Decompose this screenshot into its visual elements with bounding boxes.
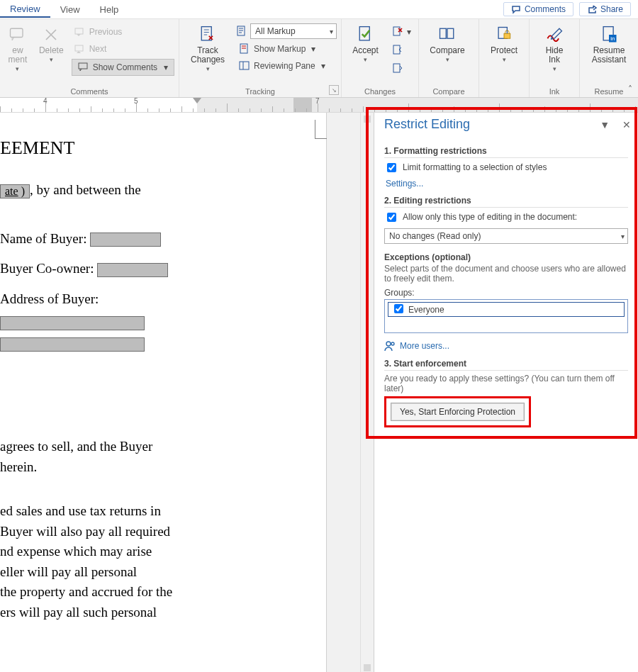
document-area[interactable]: EEMENT ate ), by and between the Name of…: [0, 113, 360, 672]
svg-rect-14: [447, 28, 454, 38]
group-label-compare: Compare: [423, 87, 474, 97]
compare-button[interactable]: Compare ▾: [423, 22, 471, 67]
pane-close-button[interactable]: ✕: [622, 119, 631, 130]
enforce-highlight: Yes, Start Enforcing Protection: [384, 396, 531, 427]
show-comments-icon: [78, 62, 89, 73]
date-field-1[interactable]: ate ): [0, 184, 30, 198]
more-users-link[interactable]: More users...: [400, 341, 449, 351]
hide-ink-button[interactable]: Hide Ink ▾: [534, 22, 575, 76]
show-markup-icon: [239, 43, 250, 55]
settings-link[interactable]: Settings...: [386, 179, 628, 189]
field-addr-2[interactable]: [0, 337, 145, 352]
accept-button[interactable]: Accept ▾: [346, 22, 385, 67]
limit-formatting-checkbox[interactable]: [387, 163, 396, 172]
svg-point-21: [391, 342, 394, 345]
group-label-changes: Changes: [346, 87, 414, 97]
enforce-question: Are you ready to apply these settings? (…: [384, 374, 628, 393]
protect-button[interactable]: Protect ▾: [483, 22, 525, 67]
tracking-dialog-launcher[interactable]: ↘: [329, 85, 339, 95]
label-buyer-addr: Address of Buyer:: [0, 291, 99, 306]
reject-icon: [392, 26, 403, 38]
delete-icon: [41, 25, 61, 45]
show-comments-button[interactable]: Show Comments ▾: [72, 59, 174, 76]
ribbon: ew ment ▾ Delete ▾ Previous Next: [0, 19, 638, 98]
para-2a: ed sales and use tax returns in: [0, 501, 312, 522]
groups-label: Groups:: [384, 288, 628, 298]
group-label-tracking: Tracking: [184, 87, 337, 97]
new-comment-button[interactable]: ew ment ▾: [4, 22, 31, 76]
svg-rect-0: [10, 28, 23, 37]
prev-change-icon: [392, 45, 403, 56]
allow-editing-checkbox[interactable]: [387, 213, 396, 222]
para-2b: Buyer will also pay all required: [0, 522, 312, 542]
pane-options-button[interactable]: ▼: [600, 119, 610, 130]
tab-view[interactable]: View: [50, 1, 90, 17]
share-icon: [587, 4, 597, 14]
section-1-heading: 1. Formatting restrictions: [384, 146, 628, 158]
tab-help[interactable]: Help: [90, 1, 129, 17]
label-buyer-name: Name of Buyer:: [0, 231, 86, 246]
new-comment-icon: [8, 25, 28, 45]
group-label-protect: [483, 87, 525, 97]
allow-editing-check[interactable]: Allow only this type of editing in the d…: [384, 212, 628, 224]
accept-icon: [356, 25, 376, 45]
field-buyer-name[interactable]: [90, 233, 161, 247]
label-buyer-co: Buyer Co-owner:: [0, 261, 94, 276]
exceptions-note: Select parts of the document and choose …: [384, 264, 628, 284]
exceptions-heading: Exceptions (optional): [384, 252, 628, 262]
section-3-heading: 3. Start enforcement: [384, 359, 628, 371]
speech-bubble-icon: [511, 4, 521, 14]
protect-icon: [494, 25, 514, 45]
tab-review[interactable]: Review: [0, 1, 50, 18]
next-icon: [74, 43, 86, 55]
group-label-comments: Comments: [4, 87, 174, 97]
limit-formatting-check[interactable]: Limit formatting to a selection of style…: [384, 162, 628, 174]
field-addr-1[interactable]: [0, 316, 145, 330]
para-2e: the property and accrued for the: [0, 582, 312, 603]
para-1a: agrees to sell, and the Buyer: [0, 437, 312, 457]
resume-icon: in: [599, 25, 619, 45]
collapse-ribbon-button[interactable]: ˄: [628, 84, 632, 94]
user-icon: [384, 340, 396, 352]
everyone-checkbox[interactable]: [394, 304, 403, 313]
para-1b: herein.: [0, 457, 312, 478]
groups-listbox[interactable]: Everyone: [384, 299, 628, 333]
start-enforcing-button[interactable]: Yes, Start Enforcing Protection: [391, 403, 525, 421]
resume-assistant-button[interactable]: in Resume Assistant: [584, 22, 634, 67]
page-corner-mark: [315, 120, 327, 139]
svg-rect-1: [75, 28, 83, 34]
svg-rect-16: [504, 33, 510, 38]
markup-doc-icon: [236, 26, 247, 37]
svg-point-20: [386, 342, 391, 346]
reviewing-pane-icon: [239, 60, 250, 72]
ruler[interactable]: 457: [0, 98, 638, 113]
next-comment-button[interactable]: Next: [72, 42, 174, 56]
restrict-editing-pane: Restrict Editing ▼ ✕ 1. Formatting restr…: [374, 113, 638, 672]
delete-comment-button[interactable]: Delete ▾: [35, 22, 67, 67]
show-markup-button[interactable]: Show Markup▾: [236, 42, 337, 56]
reviewing-pane-button[interactable]: Reviewing Pane▾: [236, 59, 337, 73]
svg-text:in: in: [610, 35, 615, 42]
group-label-resume: Resume: [584, 87, 634, 97]
next-change-icon: [392, 63, 403, 74]
field-buyer-co[interactable]: [97, 263, 168, 277]
reject-button[interactable]: ▾: [389, 25, 414, 39]
doc-line-1: , by and between the: [30, 182, 141, 197]
svg-rect-2: [75, 45, 83, 51]
editing-type-dropdown[interactable]: No changes (Read only): [384, 228, 628, 244]
previous-change-button[interactable]: [389, 43, 414, 57]
previous-comment-button[interactable]: Previous: [72, 25, 174, 39]
comments-button[interactable]: Comments: [503, 2, 573, 16]
track-changes-button[interactable]: Track Changes ▾: [184, 22, 232, 76]
ink-icon: [544, 25, 564, 45]
markup-display-dropdown[interactable]: All Markup: [250, 23, 337, 39]
para-2d: eller will pay all personal: [0, 562, 312, 583]
svg-rect-12: [393, 64, 400, 72]
section-2-heading: 2. Editing restrictions: [384, 196, 628, 208]
vertical-scrollbar[interactable]: [360, 113, 374, 672]
svg-rect-7: [240, 62, 249, 69]
document-page: EEMENT ate ), by and between the Name of…: [0, 113, 327, 672]
next-change-button[interactable]: [389, 62, 414, 76]
para-2c: nd expense which may arise: [0, 542, 312, 562]
share-button[interactable]: Share: [579, 2, 631, 16]
